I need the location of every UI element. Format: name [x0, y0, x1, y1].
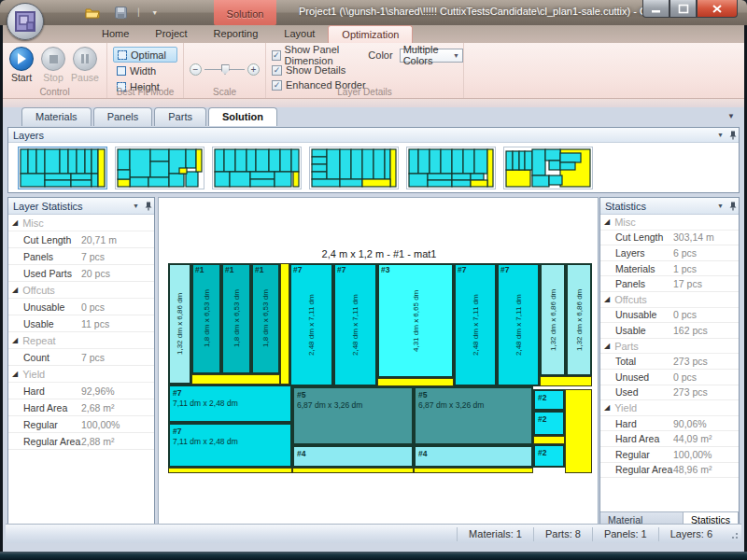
layer-statistics-grid: ◢MiscCut Length20,71 mPanels7 pcsUsed Pa… [8, 215, 154, 450]
stats-row: Regular100,00% [600, 447, 739, 463]
layer-thumbnail-2[interactable] [115, 147, 204, 189]
panel-label: #77,11 dm x 2,48 dm [173, 388, 238, 410]
diagram-panel[interactable]: #34,31 dm x 6,65 dm [377, 263, 454, 378]
diagram-panel[interactable]: 1,32 dm x 6,86 dm [540, 263, 566, 376]
diagram-panel[interactable]: #11,8 dm x 6,53 dm [191, 263, 221, 374]
stats-section-offcuts[interactable]: ◢Offcuts [8, 282, 154, 299]
layer-statistics-panel: Layer Statistics ▼ ◢MiscCut Length20,71 … [7, 197, 155, 529]
minimize-button[interactable] [642, 0, 669, 18]
layer-statistics-pin-icon[interactable] [142, 202, 149, 211]
doc-tab-materials[interactable]: Materials [21, 107, 92, 126]
stats-row: Count7 pcs [8, 349, 154, 366]
ribbon-tab-project[interactable]: Project [142, 25, 200, 43]
scale-decrease-button[interactable]: − [190, 63, 202, 76]
stat-label: Used [615, 386, 673, 398]
diagram-panel[interactable]: #72,48 dm x 7,11 dm [333, 263, 377, 386]
layer-thumbnail-6[interactable] [503, 147, 593, 189]
scale-increase-button[interactable]: + [247, 63, 260, 76]
diagram-panel[interactable]: 1,32 dm x 6,86 dm [168, 263, 191, 385]
stats-section-parts[interactable]: ◢Parts [600, 339, 739, 355]
ribbon-tab-home[interactable]: Home [89, 25, 142, 43]
scale-slider-thumb[interactable] [221, 64, 230, 75]
stop-icon [41, 47, 65, 71]
diagram-panel[interactable]: #56,87 dm x 3,26 dm [414, 386, 533, 445]
show-panel-dimension-checkbox[interactable]: ✓ [272, 50, 281, 61]
ribbon-tab-optimization[interactable]: Optimization [328, 25, 413, 43]
application-menu-button[interactable] [7, 3, 44, 40]
layer-thumbnail-4[interactable] [309, 147, 399, 189]
stats-row: Hard Area2,68 m² [8, 399, 154, 416]
stats-section-misc[interactable]: ◢Misc [8, 215, 154, 231]
diagram-panel[interactable]: #72,48 dm x 7,11 dm [497, 263, 540, 386]
diagram-panel[interactable]: #11,8 dm x 6,53 dm [251, 263, 280, 374]
stat-label: Regular [615, 449, 673, 460]
resize-grip[interactable] [727, 528, 739, 539]
tab-list-dropdown-icon[interactable]: ▼ [727, 112, 735, 120]
diagram-panel[interactable]: #2 [533, 444, 565, 468]
status-item-4: Layers: 6 [658, 527, 724, 541]
diagram-panel[interactable]: #2 [533, 389, 565, 411]
layer-thumbnail-5[interactable] [406, 147, 496, 189]
layer-thumbnail-3[interactable] [212, 147, 302, 189]
diagram-panel[interactable]: #56,87 dm x 3,26 dm [292, 386, 414, 445]
panel-dimension-label: 1,32 dm x 6,86 dm [542, 265, 564, 374]
show-details-checkbox[interactable]: ✓ [272, 65, 282, 76]
doc-tab-solution[interactable]: Solution [208, 107, 277, 126]
qat-dropdown-icon[interactable]: ▼ [151, 9, 158, 16]
doc-tab-panels[interactable]: Panels [93, 107, 153, 126]
window-bottom-frame [0, 552, 747, 560]
start-button[interactable]: Start [7, 47, 36, 83]
status-items: Materials: 1Parts: 8Panels: 1Layers: 6 [457, 525, 724, 543]
ribbon-tab-reporting[interactable]: Reporting [201, 25, 272, 43]
stats-section-yield[interactable]: ◢Yield [600, 400, 739, 416]
save-button[interactable] [110, 4, 131, 21]
ribbon: Start Stop Pause Control Optimal [3, 43, 744, 99]
stat-label: Total [615, 356, 673, 367]
diagram-panel[interactable]: #72,48 dm x 7,11 dm [289, 263, 333, 386]
stop-button[interactable]: Stop [38, 47, 68, 83]
panel-dimension-label: 1,8 dm x 6,53 dm [223, 265, 249, 372]
scale-slider-track[interactable] [204, 69, 245, 70]
layer-statistics-menu-icon[interactable]: ▼ [130, 203, 142, 209]
stat-label: Regular Area [615, 464, 673, 475]
pause-button[interactable]: Pause [70, 47, 100, 83]
diagram-panel[interactable]: #11,8 dm x 6,53 dm [221, 263, 251, 374]
maximize-button[interactable] [669, 0, 697, 18]
ribbon-tab-layout[interactable]: Layout [271, 25, 328, 43]
layers-pin-icon[interactable] [726, 131, 734, 140]
stats-section-misc[interactable]: ◢Misc [600, 215, 739, 231]
layers-panel-header: Layers ▼ [8, 128, 739, 143]
contextual-tab-group-header[interactable]: Solution [214, 0, 276, 25]
layer-thumbnail-1[interactable] [18, 147, 107, 189]
diagram-panel[interactable]: 1,32 dm x 6,86 dm [566, 263, 592, 376]
statistics-menu-icon[interactable]: ▼ [714, 203, 726, 209]
solution-canvas[interactable]: 2,4 m x 1,2 m - #1 - mat1 1,32 dm x 6,86… [158, 197, 599, 529]
layers-menu-icon[interactable]: ▼ [714, 132, 726, 138]
diagram-panel[interactable]: #72,48 dm x 7,11 dm [454, 263, 497, 386]
layer-thumbnail-image [506, 149, 590, 187]
close-button[interactable] [697, 0, 738, 18]
diagram-panel[interactable]: #2 [533, 411, 565, 436]
color-mode-dropdown[interactable]: Multiple Colors ▼ [400, 49, 463, 63]
diagram-panel[interactable]: #77,11 dm x 2,48 dm [168, 423, 292, 468]
panel-label: #4 [297, 449, 305, 459]
diagram-panel[interactable]: #77,11 dm x 2,48 dm [168, 385, 292, 423]
best-fit-optimal-button[interactable]: Optimal [113, 47, 177, 63]
open-button[interactable] [82, 4, 103, 21]
stats-section-offcuts[interactable]: ◢Offcuts [600, 292, 739, 308]
stats-row: Usable11 pcs [8, 315, 154, 332]
panel-dimension-label: 1,8 dm x 6,53 dm [193, 265, 219, 372]
statistics-pin-icon[interactable] [726, 202, 734, 211]
best-fit-width-button[interactable]: Width [113, 63, 177, 78]
diagram-panel[interactable]: #4 [414, 445, 533, 468]
stats-section-yield[interactable]: ◢Yield [8, 366, 154, 383]
diagram-panel[interactable]: #4 [292, 445, 414, 468]
section-name: Parts [614, 341, 639, 352]
doc-tab-parts[interactable]: Parts [154, 107, 206, 126]
section-name: Offcuts [22, 285, 55, 296]
stat-label: Regular [23, 419, 81, 430]
app-logo-icon [15, 11, 35, 32]
stat-value: 273 pcs [673, 386, 708, 398]
stats-section-repeat[interactable]: ◢Repeat [8, 332, 154, 349]
status-bar: Materials: 1Parts: 8Panels: 1Layers: 6 [6, 524, 741, 543]
